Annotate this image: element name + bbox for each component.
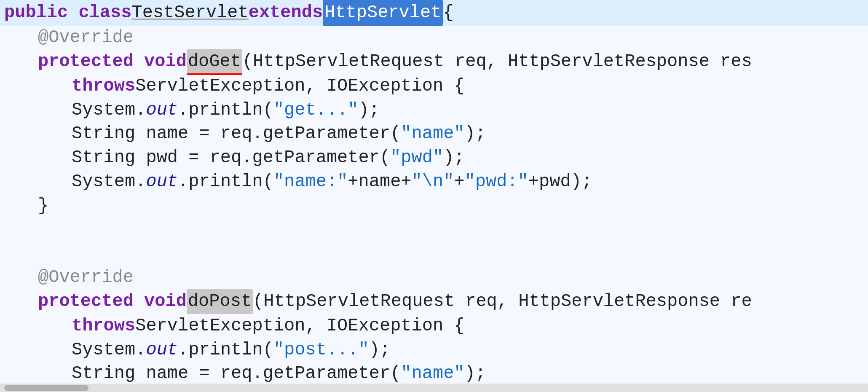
string-token: "name" (401, 122, 464, 146)
plain-token: ServletException, IOException { (135, 314, 464, 338)
plain-token: { (443, 1, 453, 25)
code-line: public class TestServlet extends HttpSer… (0, 0, 868, 26)
method-call-token: out (146, 170, 178, 194)
keyword-token: public class (4, 1, 131, 25)
code-line: protected void doGet(HttpServletRequest … (0, 49, 868, 74)
plain-token: .println( (178, 170, 273, 194)
keyword-token: protected void (38, 290, 187, 314)
keyword-token: throws (72, 74, 135, 98)
plain-token: String name = req.getParameter( (72, 362, 401, 384)
selected-class-token: HttpServlet (323, 0, 443, 26)
red-underline (187, 73, 242, 75)
plain-token: ); (359, 98, 380, 122)
code-editor: public class TestServlet extends HttpSer… (0, 0, 868, 392)
code-line (0, 217, 868, 242)
code-area[interactable]: public class TestServlet extends HttpSer… (0, 0, 868, 384)
code-line: throws ServletException, IOException { (0, 314, 868, 338)
plain-token: ); (443, 146, 464, 170)
method-call-token: out (146, 98, 178, 122)
code-line: } (0, 194, 868, 218)
string-token: "pwd:" (465, 170, 528, 194)
annotation-token: @Override (38, 26, 134, 50)
keyword-token: throws (72, 314, 135, 338)
plain-token: } (38, 194, 48, 218)
class-name-token: TestServlet (131, 1, 248, 25)
code-line: String name = req.getParameter("name"); (0, 362, 868, 384)
code-line: System.out.println("name:"+name+"\n"+"pw… (0, 170, 868, 194)
plain-token: (HttpServletRequest req, HttpServletResp… (253, 290, 752, 314)
method-name-token: doGet (187, 49, 242, 74)
keyword-token: extends (249, 1, 323, 25)
code-line: throws ServletException, IOException { (0, 74, 868, 98)
plain-token: (HttpServletRequest req, HttpServletResp… (242, 50, 752, 74)
string-token: "get..." (273, 98, 359, 122)
string-token: "name" (401, 362, 464, 384)
code-line: protected void doPost(HttpServletRequest… (0, 289, 868, 314)
plain-token: +pwd); (528, 170, 592, 194)
code-line (0, 242, 868, 266)
code-line: String pwd = req.getParameter("pwd"); (0, 146, 868, 170)
code-line: System.out.println("get..."); (0, 98, 868, 122)
plain-token: System. (72, 98, 146, 122)
code-line: String name = req.getParameter("name"); (0, 122, 868, 146)
plain-token: ServletException, IOException { (135, 74, 464, 98)
code-line: @Override (0, 26, 868, 50)
plain-token: String name = req.getParameter( (72, 122, 401, 146)
plain-token: String pwd = req.getParameter( (72, 146, 390, 170)
string-token: "post..." (273, 338, 369, 362)
plain-token: .println( (178, 98, 273, 122)
plain-token: + (454, 170, 464, 194)
horizontal-scrollbar[interactable] (0, 384, 868, 392)
keyword-token: protected void (38, 50, 187, 74)
plain-token: System. (72, 170, 146, 194)
code-line: System.out.println("post..."); (0, 338, 868, 362)
annotation-token: @Override (38, 266, 134, 290)
plain-token: ); (369, 338, 390, 362)
string-token: "\n" (412, 170, 454, 194)
plain-token: +name+ (348, 170, 411, 194)
plain-token: System. (72, 338, 146, 362)
string-token: "pwd" (390, 146, 443, 170)
method-name-token: doPost (187, 289, 253, 314)
method-call-token: out (146, 338, 178, 362)
scrollbar-thumb[interactable] (4, 385, 88, 391)
string-token: "name:" (273, 170, 348, 194)
code-line: @Override (0, 266, 868, 290)
plain-token: ); (465, 362, 486, 384)
plain-token: ); (465, 122, 486, 146)
plain-token: .println( (178, 338, 273, 362)
